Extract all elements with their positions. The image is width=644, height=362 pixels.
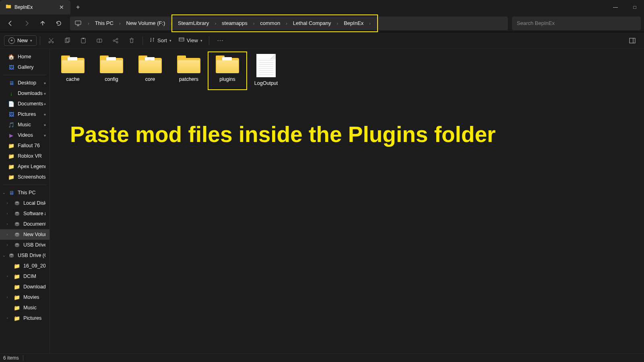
breadcrumb-item[interactable]: BepInEx <box>341 19 367 27</box>
more-button[interactable]: ⋯ <box>213 34 228 47</box>
expand-icon[interactable]: › <box>5 316 10 320</box>
sidebar-item[interactable]: ›📁Pictures <box>0 313 50 323</box>
sidebar-item[interactable]: ›⛃Documents (E: <box>0 219 50 229</box>
sidebar-label: Fallout 76 <box>18 143 40 148</box>
sidebar-label: Documents <box>18 101 43 107</box>
folder-item[interactable]: config <box>95 54 128 88</box>
refresh-button[interactable] <box>52 17 66 30</box>
folder-item[interactable]: patchers <box>172 54 205 88</box>
search-box[interactable] <box>512 16 641 30</box>
breadcrumb-item[interactable]: New Volume (F:) <box>123 19 169 27</box>
sidebar-item[interactable]: ⌄🖥This PC <box>0 187 50 198</box>
copy-button[interactable] <box>60 34 75 47</box>
annotation-text: Paste mod files inside the Plugins folde… <box>70 121 632 147</box>
expand-icon[interactable]: › <box>5 243 10 247</box>
add-tab-button[interactable]: + <box>70 4 85 11</box>
sidebar-item[interactable]: 🖼Gallery <box>0 62 50 72</box>
sidebar-label: Movies <box>23 294 39 300</box>
breadcrumb-bar[interactable]: › This PC›New Volume (F:)›SteamLibrary›s… <box>70 16 508 30</box>
sidebar-item[interactable]: ↓Downloads✦ <box>0 88 50 99</box>
item-count: 6 items <box>3 355 19 361</box>
sidebar-item[interactable]: 📄Documents✦ <box>0 99 50 109</box>
chevron-right-icon[interactable]: › <box>212 21 219 26</box>
expand-icon[interactable]: › <box>5 232 10 237</box>
delete-button[interactable] <box>124 34 139 47</box>
expand-icon[interactable]: › <box>5 222 10 226</box>
maximize-button[interactable]: □ <box>625 0 644 14</box>
minimize-button[interactable]: — <box>606 0 625 14</box>
pin-icon: ✦ <box>42 132 47 138</box>
sidebar-item[interactable]: ▶Videos✦ <box>0 130 50 140</box>
expand-icon[interactable]: ⌄ <box>2 253 6 257</box>
cut-button[interactable] <box>43 34 59 47</box>
toolbar: + New ▾ Sort ▾ View ▾ ⋯ <box>0 32 644 49</box>
sidebar-label: Home <box>18 54 31 60</box>
sidebar-item[interactable]: 🖥Desktop✦ <box>0 78 50 88</box>
sidebar-item[interactable]: 📁Roblox VR <box>0 151 50 161</box>
chevron-right-icon[interactable]: › <box>85 21 92 26</box>
sidebar-item[interactable]: 📁Download <box>0 282 50 292</box>
folder-item[interactable]: cache <box>56 54 89 88</box>
breadcrumb-item[interactable]: common <box>257 19 283 27</box>
sidebar-item[interactable]: ›📁Movies <box>0 292 50 302</box>
window-controls: — □ <box>606 0 644 14</box>
view-button[interactable]: View ▾ <box>175 35 206 45</box>
sidebar-item[interactable]: 🏠Home <box>0 51 50 62</box>
main-area: 🏠Home🖼Gallery🖥Desktop✦↓Downloads✦📄Docume… <box>0 49 644 353</box>
sidebar-item[interactable]: ›📁DCIM <box>0 271 50 282</box>
sidebar-item[interactable]: ›⛃USB Drive (G:) <box>0 240 50 250</box>
sidebar-icon: 📁 <box>14 304 20 311</box>
chevron-right-icon[interactable]: › <box>334 21 341 26</box>
new-button[interactable]: + New ▾ <box>4 35 37 46</box>
item-label: core <box>145 76 155 82</box>
close-tab-icon[interactable]: ✕ <box>58 4 65 10</box>
sidebar-item[interactable]: ›⛃Local Disk (C:) <box>0 198 50 208</box>
forward-button[interactable] <box>19 17 34 30</box>
status-bar: 6 items <box>0 353 644 362</box>
sidebar-item[interactable]: 📁Apex Legends <box>0 161 50 172</box>
sidebar-item[interactable]: ›⛃Software and C <box>0 208 50 219</box>
breadcrumb-item[interactable]: Lethal Company <box>290 19 334 27</box>
chevron-right-icon[interactable]: › <box>283 21 290 26</box>
sidebar-item[interactable]: 📁16_09_2023 <box>0 261 50 271</box>
paste-button[interactable] <box>76 34 91 47</box>
sidebar-icon: ↓ <box>8 90 14 97</box>
sidebar-item[interactable]: 🎵Music✦ <box>0 119 50 130</box>
rename-button[interactable] <box>92 34 107 47</box>
sidebar-icon: 📁 <box>8 142 14 149</box>
folder-item[interactable]: core <box>134 54 167 88</box>
sidebar-item[interactable]: 🖼Pictures✦ <box>0 109 50 119</box>
pin-icon: ✦ <box>42 122 47 128</box>
expand-icon[interactable]: › <box>5 201 10 205</box>
sidebar-item[interactable]: 📁Screenshots <box>0 172 50 182</box>
sidebar-item[interactable]: ⌄⛃USB Drive (G:) <box>0 250 50 261</box>
breadcrumb-item[interactable]: steamapps <box>219 19 251 27</box>
search-input[interactable] <box>517 20 636 26</box>
expand-icon[interactable]: › <box>5 295 10 299</box>
chevron-right-icon[interactable]: › <box>367 21 373 26</box>
expand-icon[interactable]: › <box>5 212 10 216</box>
share-button[interactable] <box>108 34 123 47</box>
sidebar-item[interactable]: 📁Music <box>0 302 50 313</box>
window-tab[interactable]: BepInEx ✕ <box>0 0 70 14</box>
breadcrumb-item[interactable]: This PC <box>92 19 117 27</box>
pc-icon[interactable] <box>71 21 85 26</box>
chevron-right-icon[interactable]: › <box>117 21 123 26</box>
chevron-right-icon[interactable]: › <box>251 21 257 26</box>
tab-strip: BepInEx ✕ + <box>0 0 85 14</box>
chevron-right-icon[interactable]: › <box>168 21 175 26</box>
expand-icon[interactable]: ⌄ <box>2 191 6 195</box>
sidebar-item[interactable]: 📁Fallout 76 <box>0 140 50 151</box>
expand-icon[interactable]: › <box>5 274 10 278</box>
sidebar-item[interactable]: ›⛃New Volume (F <box>0 229 50 240</box>
content-pane[interactable]: cacheconfigcorepatcherspluginsLogOutput … <box>50 49 644 353</box>
file-item[interactable]: LogOutput <box>250 54 283 88</box>
up-button[interactable] <box>35 17 50 30</box>
folder-icon <box>61 56 85 73</box>
sort-button[interactable]: Sort ▾ <box>146 35 175 45</box>
sidebar-icon: ▶ <box>8 132 14 138</box>
folder-item[interactable]: plugins <box>211 54 244 88</box>
breadcrumb-item[interactable]: SteamLibrary <box>175 19 212 27</box>
back-button[interactable] <box>3 17 18 30</box>
details-pane-button[interactable] <box>625 34 640 47</box>
